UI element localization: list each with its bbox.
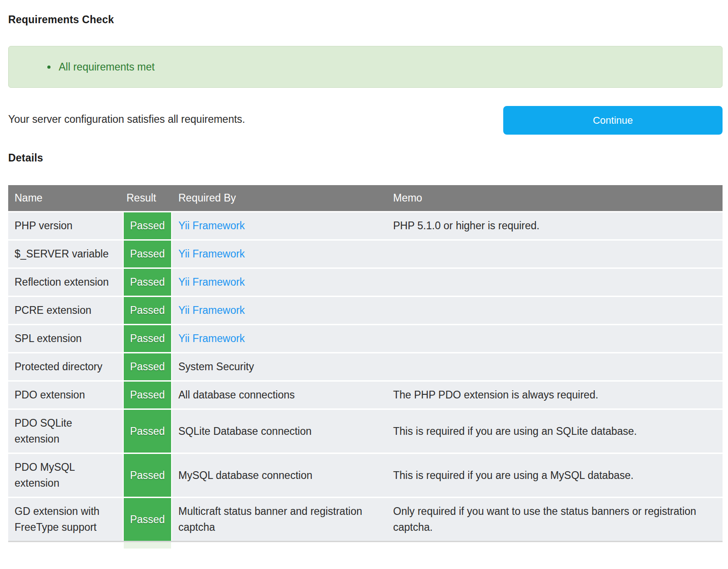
required-by-cell: Yii Framework — [172, 211, 387, 239]
result-passed-cell: Passed — [123, 453, 172, 497]
table-row: Reflection extension Passed Yii Framewor… — [8, 267, 723, 296]
memo-cell — [387, 296, 723, 324]
requirements-table: Name Result Required By Memo PHP version… — [8, 185, 723, 541]
memo-cell: This is required if you are using a MySQ… — [387, 453, 723, 497]
success-alert: All requirements met — [8, 46, 723, 88]
requirement-name: PCRE extension — [8, 296, 123, 324]
summary-row: Your server configuration satisfies all … — [8, 106, 723, 135]
required-by-link[interactable]: Yii Framework — [178, 220, 245, 232]
continue-button[interactable]: Continue — [503, 106, 723, 135]
result-passed-cell: Passed — [123, 239, 172, 267]
memo-cell — [387, 267, 723, 296]
required-by-cell: MySQL database connection — [172, 453, 387, 497]
alert-list: All requirements met — [20, 59, 711, 75]
memo-cell — [387, 324, 723, 352]
memo-cell: Only required if you want to use the sta… — [387, 497, 723, 541]
table-row: GD extension with FreeType support Passe… — [8, 497, 723, 541]
page-title: Requirements Check — [8, 14, 723, 26]
table-row: PCRE extension Passed Yii Framework — [8, 296, 723, 324]
requirement-name: GD extension with FreeType support — [8, 497, 123, 541]
required-by-link[interactable]: Yii Framework — [178, 248, 245, 260]
required-by-link[interactable]: Yii Framework — [178, 276, 245, 288]
table-row: PDO SQLite extension Passed SQLite Datab… — [8, 408, 723, 453]
requirement-name: PDO SQLite extension — [8, 408, 123, 453]
result-passed-cell: Passed — [123, 296, 172, 324]
requirement-name: Protected directory — [8, 352, 123, 380]
table-row: $_SERVER variable Passed Yii Framework — [8, 239, 723, 267]
requirement-name: $_SERVER variable — [8, 239, 123, 267]
table-bottom-border — [8, 541, 723, 542]
required-by-cell: Yii Framework — [172, 324, 387, 352]
requirement-name: PDO extension — [8, 380, 123, 408]
column-header-required-by: Required By — [172, 185, 387, 211]
column-header-name: Name — [8, 185, 123, 211]
table-row: PDO MySQL extension Passed MySQL databas… — [8, 453, 723, 497]
memo-cell: The PHP PDO extension is always required… — [387, 380, 723, 408]
column-header-result: Result — [123, 185, 172, 211]
table-header-row: Name Result Required By Memo — [8, 185, 723, 211]
memo-cell — [387, 239, 723, 267]
requirement-name: PDO MySQL extension — [8, 453, 123, 497]
result-passed-cell: Passed — [123, 380, 172, 408]
required-by-link[interactable]: Yii Framework — [178, 332, 245, 344]
result-passed-cell: Passed — [123, 267, 172, 296]
required-by-cell: Yii Framework — [172, 267, 387, 296]
result-passed-cell: Passed — [123, 211, 172, 239]
required-by-link[interactable]: Yii Framework — [178, 304, 245, 316]
table-row: PHP version Passed Yii Framework PHP 5.1… — [8, 211, 723, 239]
requirement-name: PHP version — [8, 211, 123, 239]
required-by-cell: System Security — [172, 352, 387, 380]
required-by-cell: Multicraft status banner and registratio… — [172, 497, 387, 541]
memo-cell: This is required if you are using an SQL… — [387, 408, 723, 453]
requirement-name: Reflection extension — [8, 267, 123, 296]
table-row: Protected directory Passed System Securi… — [8, 352, 723, 380]
alert-item: All requirements met — [57, 59, 711, 75]
details-title: Details — [8, 152, 723, 164]
memo-cell: PHP 5.1.0 or higher is required. — [387, 211, 723, 239]
table-row: PDO extension Passed All database connec… — [8, 380, 723, 408]
page-content: Requirements Check All requirements met … — [8, 14, 723, 549]
result-passed-cell: Passed — [123, 324, 172, 352]
result-passed-cell: Passed — [123, 408, 172, 453]
column-header-memo: Memo — [387, 185, 723, 211]
required-by-cell: Yii Framework — [172, 296, 387, 324]
required-by-cell: Yii Framework — [172, 239, 387, 267]
next-row-partial-cell — [124, 542, 171, 549]
required-by-cell: All database connections — [172, 380, 387, 408]
memo-cell — [387, 352, 723, 380]
result-passed-cell: Passed — [123, 352, 172, 380]
result-passed-cell: Passed — [123, 497, 172, 541]
summary-text: Your server configuration satisfies all … — [8, 111, 503, 127]
table-row: SPL extension Passed Yii Framework — [8, 324, 723, 352]
required-by-cell: SQLite Database connection — [172, 408, 387, 453]
requirement-name: SPL extension — [8, 324, 123, 352]
